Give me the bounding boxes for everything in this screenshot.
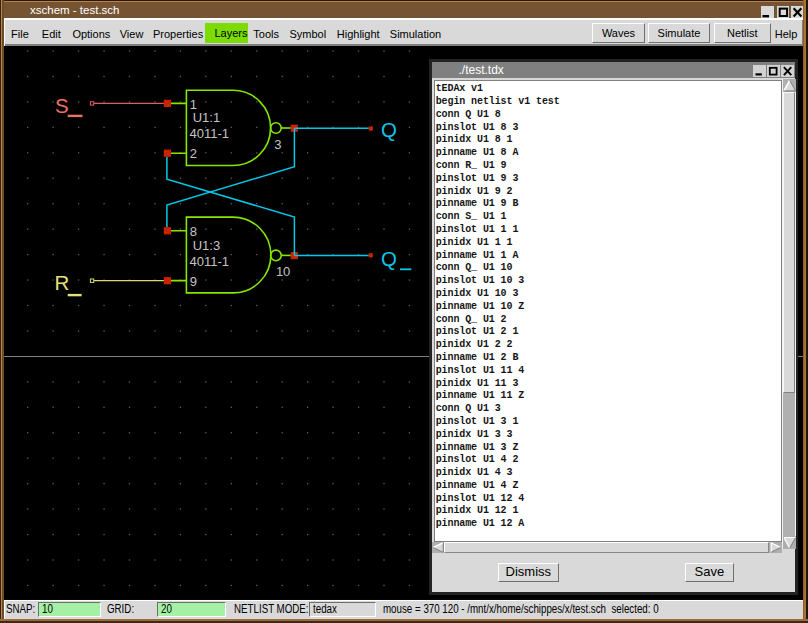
svg-text:U1:1: U1:1 — [193, 110, 220, 125]
svg-text:U1:3: U1:3 — [193, 238, 220, 253]
svg-text:Q: Q — [381, 247, 397, 270]
svg-text:4011-1: 4011-1 — [190, 126, 230, 141]
svg-text:2: 2 — [190, 146, 197, 161]
svg-text:10: 10 — [276, 264, 290, 279]
svg-text:Q: Q — [381, 118, 397, 141]
svg-text:S: S — [55, 94, 69, 117]
svg-text:9: 9 — [190, 274, 197, 289]
svg-text:3: 3 — [274, 137, 281, 152]
svg-text:1: 1 — [190, 97, 197, 112]
svg-text:R: R — [55, 271, 70, 294]
svg-text:8: 8 — [190, 224, 197, 239]
svg-text:4011-1: 4011-1 — [190, 254, 230, 269]
